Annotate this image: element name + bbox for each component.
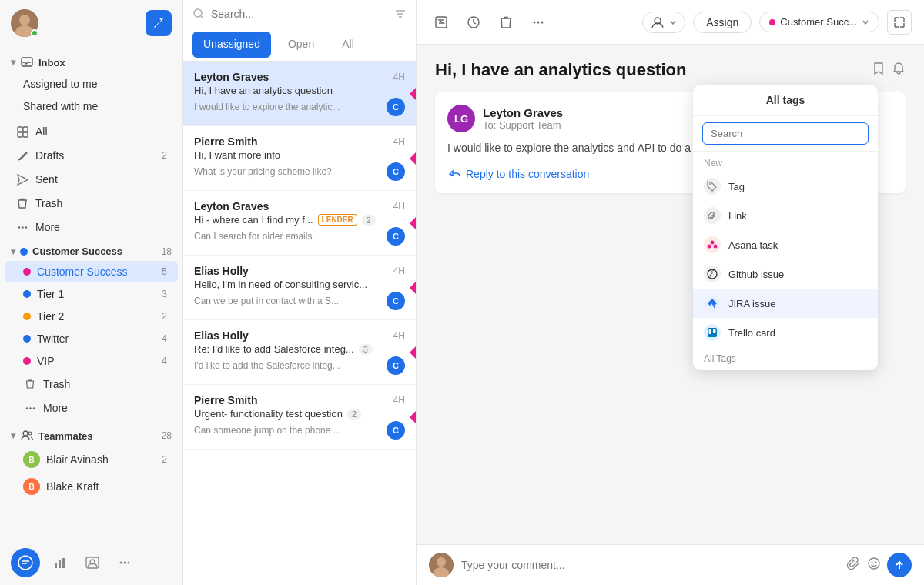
tag-option-tag[interactable]: Tag: [693, 172, 878, 201]
sender-avatar: LG: [447, 105, 475, 132]
bar-chart-button[interactable]: [48, 550, 72, 575]
svg-point-40: [708, 245, 711, 249]
sidebar-item-more[interactable]: More: [5, 216, 178, 239]
tab-unassigned[interactable]: Unassigned: [192, 32, 271, 58]
sort-icon[interactable]: [394, 8, 407, 20]
compose-button[interactable]: [146, 10, 172, 36]
sidebar-item-tier-2[interactable]: Tier 2 2: [5, 306, 178, 327]
conv-avatar: C: [387, 292, 405, 310]
agent-selector[interactable]: [642, 12, 685, 33]
customer-success-section: ▾ Customer Success 18 Customer Success 5…: [0, 239, 182, 420]
svg-point-15: [28, 432, 32, 435]
team-selector[interactable]: Customer Succ...: [759, 12, 879, 32]
conv-header: Elias Holly 4H: [194, 329, 405, 342]
sidebar-item-shared-with-me[interactable]: Shared with me: [5, 95, 178, 117]
search-icon: [192, 8, 205, 20]
sidebar-item-blake[interactable]: B Blake Kraft: [5, 473, 178, 500]
cs-trash-icon: [23, 377, 37, 391]
tag-option-asana[interactable]: Asana task: [693, 230, 878, 259]
tag-option-jira[interactable]: JIRA issue: [693, 289, 878, 318]
sidebar-item-blair[interactable]: B Blair Avinash 2: [5, 446, 178, 473]
svg-rect-7: [23, 132, 28, 137]
chevron-down-icon: [669, 18, 677, 26]
svg-point-14: [23, 431, 28, 436]
github-icon: [704, 266, 721, 282]
tag-option-link[interactable]: Link: [693, 201, 878, 230]
attachment-icon[interactable]: [847, 557, 861, 573]
input-actions: [847, 553, 912, 577]
conversation-item[interactable]: Leyton Graves 4H Hi, I have an analytics…: [183, 62, 416, 126]
conv-subject: Hi, I have an analytics question: [194, 85, 405, 96]
svg-rect-17: [55, 563, 57, 568]
inbox-header[interactable]: ▾ Inbox: [0, 49, 182, 72]
svg-rect-18: [59, 560, 61, 568]
svg-point-13: [32, 407, 34, 409]
bell-icon[interactable]: [892, 60, 906, 80]
unread-indicator: [410, 217, 416, 229]
conv-subject: Hi - where can I find my f... LENDER 2: [194, 214, 405, 226]
sidebar-item-all[interactable]: All: [5, 120, 178, 143]
svg-point-22: [120, 562, 122, 564]
more-bottom-button[interactable]: [112, 550, 137, 575]
conversation-item[interactable]: Leyton Graves 4H Hi - where can I find m…: [183, 191, 416, 256]
inbox-label: Inbox: [38, 57, 65, 69]
emoji-icon[interactable]: [867, 557, 881, 573]
conversation-item[interactable]: Elias Holly 4H Re: I'd like to add Sales…: [183, 320, 416, 385]
contacts-button[interactable]: [80, 550, 105, 575]
blake-avatar: B: [23, 478, 40, 495]
all-tags-footer[interactable]: All Tags: [693, 347, 878, 370]
conv-subject: Hello, I'm in need of consulting servic.…: [194, 279, 405, 290]
sidebar: ▾ Inbox Assigned to me Shared with me: [0, 0, 183, 585]
selected-indicator: [410, 88, 416, 100]
sidebar-item-customer-success[interactable]: Customer Success 5: [5, 261, 178, 282]
twitter-dot: [23, 335, 31, 343]
svg-rect-19: [62, 558, 65, 568]
sidebar-item-cs-trash[interactable]: Trash: [5, 373, 178, 396]
conv-preview: I'd like to add the Salesforce integ... …: [194, 356, 405, 375]
tags-search-input[interactable]: [702, 122, 869, 145]
sidebar-item-twitter[interactable]: Twitter 4: [5, 328, 178, 349]
chat-button[interactable]: [11, 548, 40, 577]
tags-dropdown: All tags New Tag Link: [693, 85, 878, 370]
bookmark-icon[interactable]: [872, 60, 886, 80]
teammates-icon: [20, 429, 34, 443]
sidebar-item-assigned-to-me[interactable]: Assigned to me: [5, 73, 178, 95]
more-header-button[interactable]: [526, 10, 551, 35]
sidebar-item-trash[interactable]: Trash: [5, 192, 178, 215]
customer-success-header[interactable]: ▾ Customer Success 18: [0, 239, 182, 260]
conversation-item[interactable]: Pierre Smith 4H Hi, I want more info Wha…: [183, 126, 416, 191]
search-input[interactable]: [211, 8, 388, 20]
conv-header: Elias Holly 4H: [194, 265, 405, 277]
sidebar-item-vip[interactable]: VIP 4: [5, 350, 178, 372]
conversation-item[interactable]: Elias Holly 4H Hello, I'm in need of con…: [183, 256, 416, 320]
tab-open[interactable]: Open: [276, 32, 326, 58]
tag-option-github[interactable]: Github issue: [693, 259, 878, 289]
conv-preview: What is your pricing scheme like? C: [194, 162, 405, 181]
sidebar-item-tier-1[interactable]: Tier 1 3: [5, 283, 178, 305]
send-button[interactable]: [887, 553, 912, 577]
vip-dot: [23, 357, 31, 365]
conversation-item[interactable]: Pierre Smith 4H Urgent- functionality te…: [183, 385, 416, 450]
comment-input[interactable]: [461, 559, 839, 571]
expand-button[interactable]: [887, 10, 912, 35]
sidebar-item-cs-more[interactable]: More: [5, 396, 178, 420]
snooze-button[interactable]: [429, 10, 454, 35]
sidebar-item-drafts[interactable]: Drafts 2: [5, 144, 178, 167]
tab-all[interactable]: All: [330, 32, 367, 58]
conv-subject: Re: I'd like to add Salesforce integ... …: [194, 343, 405, 355]
user-avatar[interactable]: [11, 9, 38, 37]
sidebar-nav: ▾ Inbox Assigned to me Shared with me: [0, 46, 182, 540]
teammates-header[interactable]: ▾ Teammates 28: [0, 423, 182, 446]
svg-point-12: [29, 407, 31, 409]
sidebar-item-sent[interactable]: Sent: [5, 168, 178, 191]
svg-point-35: [869, 558, 879, 569]
asana-icon: [704, 236, 721, 253]
assign-button[interactable]: Assign: [693, 12, 752, 33]
blair-avatar: B: [23, 451, 40, 468]
tag-option-trello[interactable]: Trello card: [693, 318, 878, 347]
conv-preview: Can someone jump on the phone ... C: [194, 421, 405, 440]
unread-indicator: [410, 411, 416, 423]
lender-badge: LENDER: [318, 214, 357, 226]
delete-button[interactable]: [494, 10, 518, 35]
clock-button[interactable]: [461, 10, 486, 35]
